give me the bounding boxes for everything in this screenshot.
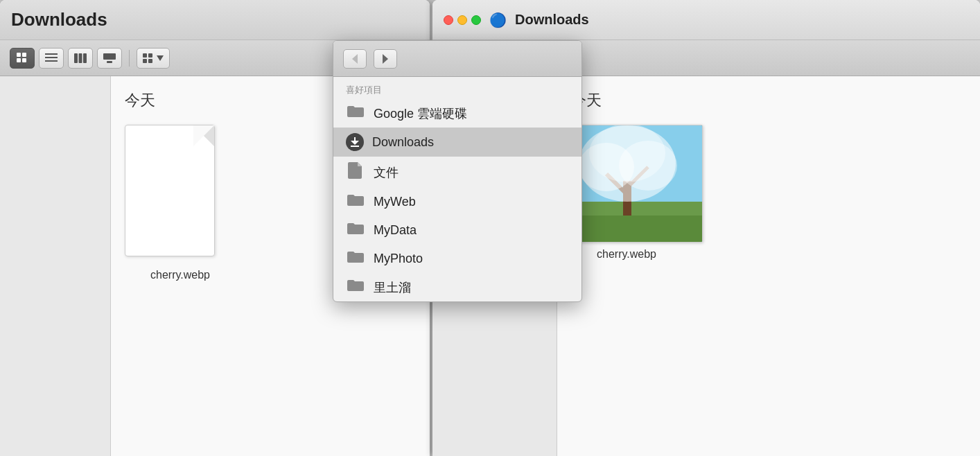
svg-rect-20 — [351, 146, 359, 147]
folder-icon-myweb — [346, 193, 365, 211]
svg-rect-2 — [17, 58, 21, 62]
section-today-right: 今天 — [571, 90, 966, 111]
file-name-left: cherry.webp — [150, 269, 210, 281]
view-columns-btn[interactable] — [68, 48, 93, 69]
dropdown-label-myphoto: MyPhoto — [374, 252, 423, 266]
maximize-button[interactable] — [471, 15, 481, 25]
svg-rect-7 — [74, 53, 78, 63]
nav-forward-btn[interactable] — [374, 49, 397, 69]
traffic-lights — [444, 15, 481, 25]
svg-rect-0 — [17, 53, 21, 57]
close-button[interactable] — [444, 15, 453, 25]
svg-rect-5 — [45, 57, 58, 58]
dropdown-label-google-drive: Google 雲端硬碟 — [374, 105, 467, 122]
svg-rect-14 — [143, 59, 147, 63]
svg-rect-10 — [103, 53, 116, 60]
svg-rect-9 — [83, 53, 87, 63]
title-bar-left: Downloads — [0, 0, 430, 40]
svg-marker-18 — [383, 54, 388, 64]
file-name-right: cherry.webp — [597, 248, 656, 261]
dropdown-label-documents: 文件 — [374, 164, 399, 181]
view-cover-btn[interactable] — [97, 48, 122, 69]
window-title-left: Downloads — [11, 9, 107, 30]
dropdown-label-downloads: Downloads — [372, 135, 434, 150]
file-icon-doc — [125, 125, 236, 263]
file-item-right[interactable]: cherry.webp — [571, 125, 682, 261]
svg-rect-6 — [45, 60, 58, 62]
dropdown-item-mydata[interactable]: MyData — [333, 216, 581, 245]
doc-shape — [125, 125, 215, 256]
folder-icon-more — [346, 279, 365, 296]
svg-rect-8 — [79, 53, 82, 63]
main-content-right: 今天 — [557, 76, 980, 456]
view-grid-btn[interactable] — [10, 48, 35, 69]
folder-icon-mydata — [346, 222, 365, 239]
svg-marker-19 — [351, 137, 359, 145]
toolbar-separator — [129, 50, 130, 67]
file-item-left[interactable]: cherry.webp — [125, 125, 236, 281]
svg-rect-4 — [45, 53, 58, 55]
dropdown-section-label: 喜好項目 — [333, 77, 581, 99]
dropdown-item-google-drive[interactable]: Google 雲端硬碟 — [333, 99, 581, 128]
window-title-right: Downloads — [515, 12, 589, 28]
dropdown-label-mydata: MyData — [374, 223, 417, 238]
svg-rect-3 — [22, 58, 26, 62]
window-title-icon-right: 🔵 — [489, 12, 507, 28]
arrange-btn[interactable] — [137, 48, 170, 69]
dropdown-item-documents[interactable]: 文件 — [333, 157, 581, 188]
view-list-btn[interactable] — [39, 48, 64, 69]
dropdown-header — [333, 41, 581, 77]
doc-icon — [346, 162, 365, 182]
dropdown-item-downloads[interactable]: Downloads — [333, 128, 581, 157]
dropdown-menu: 喜好項目 Google 雲端硬碟 Downloads 文件 — [333, 40, 582, 302]
dropdown-item-myphoto[interactable]: MyPhoto — [333, 245, 581, 273]
folder-icon-myphoto — [346, 250, 365, 268]
svg-rect-12 — [143, 53, 147, 58]
dropdown-item-more[interactable]: 里土溜 — [333, 273, 581, 301]
svg-rect-15 — [148, 59, 152, 63]
dropdown-label-more: 里土溜 — [374, 279, 411, 296]
dropdown-item-myweb[interactable]: MyWeb — [333, 188, 581, 216]
svg-rect-11 — [107, 61, 112, 63]
svg-marker-17 — [352, 54, 358, 64]
dropdown-label-myweb: MyWeb — [374, 195, 416, 209]
svg-point-40 — [589, 125, 665, 182]
svg-marker-16 — [157, 55, 164, 61]
svg-rect-13 — [148, 53, 152, 58]
title-bar-right: 🔵 Downloads — [432, 0, 980, 40]
download-icon — [346, 133, 364, 151]
sidebar-left — [0, 76, 111, 456]
svg-rect-1 — [22, 53, 26, 57]
nav-back-btn[interactable] — [343, 49, 367, 69]
folder-icon-google — [346, 105, 365, 122]
minimize-button[interactable] — [457, 15, 467, 25]
